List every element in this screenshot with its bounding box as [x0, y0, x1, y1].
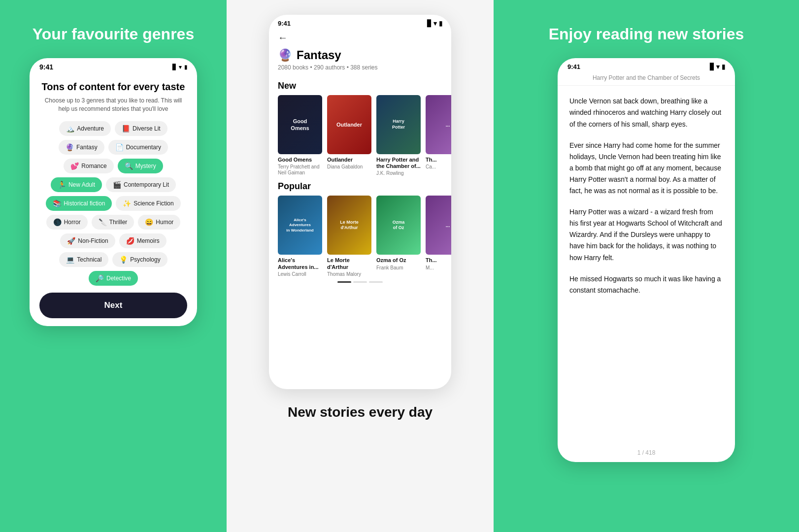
- book-cover-good-omens: GoodOmens: [278, 95, 322, 154]
- book-card-good-omens[interactable]: GoodOmens Good Omens Terry Pratchett and…: [278, 95, 322, 176]
- genre-row-2: 🔮 Fantasy 📄 Documentary: [59, 140, 168, 155]
- genre-chip-historical[interactable]: 📚 Historical fiction: [46, 196, 112, 211]
- humor-label: Humor: [156, 219, 173, 226]
- psychology-label: Psychology: [130, 256, 160, 263]
- genre-chip-humor[interactable]: 😄 Humor: [138, 215, 180, 230]
- genre-chip-thriller[interactable]: 🔪 Thriller: [92, 215, 134, 230]
- popular-section-title: Popular: [269, 176, 451, 196]
- right-signal-icon: ▊: [710, 63, 715, 70]
- book-title-pop4: Th...: [426, 257, 451, 264]
- book-title-lemorte: Le Morte d'Arthur: [327, 257, 371, 270]
- next-button[interactable]: Next: [39, 293, 187, 318]
- left-panel: Your favourite genres 9:41 ▊ ▾ ▮ Tons of…: [0, 0, 227, 532]
- book-title-4: Th...: [426, 157, 451, 163]
- genre-chip-horror[interactable]: 🌑 Horror: [46, 215, 88, 230]
- genre-row-4: 🏃 New Adult 🎬 Contemporary Lit: [51, 177, 176, 192]
- book-cover-ozma: Ozmaof Oz: [376, 196, 421, 255]
- book-card-4[interactable]: ... Th... Ca...: [426, 95, 451, 176]
- sci-fi-label: Science Fiction: [133, 200, 173, 207]
- book-card-hp[interactable]: HarryPotter Harry Potter and the Chamber…: [376, 95, 421, 176]
- left-panel-title: Your favourite genres: [33, 25, 194, 43]
- genre-row-7: 🚀 Non-Fiction 💋 Memoirs: [60, 233, 166, 248]
- right-wifi-icon: ▾: [716, 63, 720, 70]
- phone-subtitle: Choose up to 3 genres that you like to r…: [39, 97, 187, 113]
- mid-nav[interactable]: ←: [269, 29, 451, 48]
- book-title-good-omens: Good Omens: [278, 157, 322, 163]
- genre-chip-contemporary-lit[interactable]: 🎬 Contemporary Lit: [106, 177, 176, 192]
- book-card-pop4[interactable]: ... Th... M...: [426, 196, 451, 277]
- book-card-lemorte[interactable]: Le Morted'Arthur Le Morte d'Arthur Thoma…: [327, 196, 371, 277]
- genre-chip-mystery[interactable]: 🔍 Mystery: [118, 159, 163, 173]
- genre-emoji: 🔮: [278, 48, 293, 62]
- genre-chip-technical[interactable]: 💻 Technical: [59, 252, 108, 267]
- right-battery-icon: ▮: [722, 63, 725, 70]
- thriller-label: Thriller: [109, 219, 128, 226]
- right-book-title: Harry Potter and the Chamber of Secrets: [558, 72, 735, 86]
- book-author-4: Ca...: [426, 164, 451, 170]
- mid-wifi-icon: ▾: [433, 20, 437, 27]
- new-adult-label: New Adult: [68, 181, 95, 188]
- mid-status-time: 9:41: [278, 20, 291, 27]
- genre-row-9: 🔎 Detective: [89, 271, 138, 286]
- reading-paragraph-3: Harry Potter was a wizard - a wizard fre…: [569, 206, 723, 263]
- page-indicator: 1 / 418: [558, 445, 735, 462]
- phone-main-title: Tons of content for every taste: [42, 81, 185, 93]
- mid-genre-title: 🔮 Fantasy: [278, 48, 442, 62]
- genre-chip-adventure[interactable]: 🏔️ Adventure: [59, 121, 111, 136]
- right-panel: Enjoy reading new stories 9:41 ▊ ▾ ▮ Har…: [494, 0, 799, 532]
- genre-chip-psychology[interactable]: 💡 Psychology: [112, 252, 167, 267]
- right-phone-mockup: 9:41 ▊ ▾ ▮ Harry Potter and the Chamber …: [558, 58, 735, 462]
- diverse-lit-label: Diverse Lit: [133, 125, 161, 132]
- book-author-lemorte: Thomas Malory: [327, 271, 371, 277]
- sci-fi-icon: ✨: [123, 200, 131, 207]
- book-card-alice[interactable]: Alice'sAdventuresin Wonderland Alice's A…: [278, 196, 322, 277]
- detective-icon: 🔎: [96, 274, 104, 282]
- technical-icon: 💻: [66, 256, 74, 264]
- fantasy-label: Fantasy: [76, 144, 98, 151]
- wifi-icon: ▾: [179, 64, 182, 70]
- detective-label: Detective: [106, 275, 131, 282]
- genre-chip-documentary[interactable]: 📄 Documentary: [108, 140, 168, 155]
- genre-chip-nonfiction[interactable]: 🚀 Non-Fiction: [60, 233, 115, 248]
- reading-content: Uncle Vernon sat back down, breathing li…: [558, 86, 735, 445]
- new-section-title: New: [269, 76, 451, 95]
- book-cover-outlander: Outlander: [327, 95, 371, 154]
- romance-icon: 💕: [70, 162, 79, 170]
- back-icon[interactable]: ←: [278, 32, 288, 43]
- genre-chip-romance[interactable]: 💕 Romance: [64, 159, 113, 173]
- genre-row-6: 🌑 Horror 🔪 Thriller 😄 Humor: [46, 215, 181, 230]
- fantasy-icon: 🔮: [66, 143, 74, 151]
- thriller-icon: 🔪: [99, 218, 107, 226]
- genre-chip-diverse-lit[interactable]: 📕 Diverse Lit: [115, 121, 167, 136]
- mid-header-meta: 2080 books • 290 authors • 388 series: [278, 64, 442, 71]
- genre-chip-memoirs[interactable]: 💋 Memoirs: [119, 233, 166, 248]
- book-card-outlander[interactable]: Outlander Outlander Diana Gabaldon: [327, 95, 371, 176]
- documentary-label: Documentary: [126, 144, 161, 151]
- right-panel-title: Enjoy reading new stories: [549, 25, 744, 43]
- diverse-lit-icon: 📕: [122, 125, 130, 133]
- scroll-dot-1: [337, 281, 351, 283]
- genre-name: Fantasy: [297, 48, 341, 62]
- signal-icon: ▊: [172, 64, 176, 70]
- mid-signal-icon: ▊: [427, 20, 432, 27]
- book-title-ozma: Ozma of Oz: [376, 257, 421, 264]
- right-status-time: 9:41: [567, 63, 580, 70]
- left-status-bar: 9:41 ▊ ▾ ▮: [30, 58, 197, 73]
- book-author-good-omens: Terry Pratchett and Neil Gaiman: [278, 164, 322, 176]
- new-adult-icon: 🏃: [58, 181, 66, 189]
- genre-row-1: 🏔️ Adventure 📕 Diverse Lit: [59, 121, 167, 136]
- book-card-ozma[interactable]: Ozmaof Oz Ozma of Oz Frank Baum: [376, 196, 421, 277]
- genre-chip-new-adult[interactable]: 🏃 New Adult: [51, 177, 102, 192]
- book-title-outlander: Outlander: [327, 157, 371, 163]
- genre-chip-detective[interactable]: 🔎 Detective: [89, 271, 138, 286]
- mid-bottom-headline: New stories every day: [288, 404, 433, 421]
- genre-chip-fantasy[interactable]: 🔮 Fantasy: [59, 140, 104, 155]
- mid-status-bar: 9:41 ▊ ▾ ▮: [269, 15, 451, 29]
- genre-chip-sci-fi[interactable]: ✨ Science Fiction: [116, 196, 180, 211]
- scroll-dot-3: [369, 281, 383, 283]
- book-author-outlander: Diana Gabaldon: [327, 164, 371, 170]
- book-author-alice: Lewis Carroll: [278, 271, 322, 277]
- memoirs-icon: 💋: [126, 237, 134, 245]
- book-cover-alice: Alice'sAdventuresin Wonderland: [278, 196, 322, 255]
- popular-books-row: Alice'sAdventuresin Wonderland Alice's A…: [269, 196, 451, 277]
